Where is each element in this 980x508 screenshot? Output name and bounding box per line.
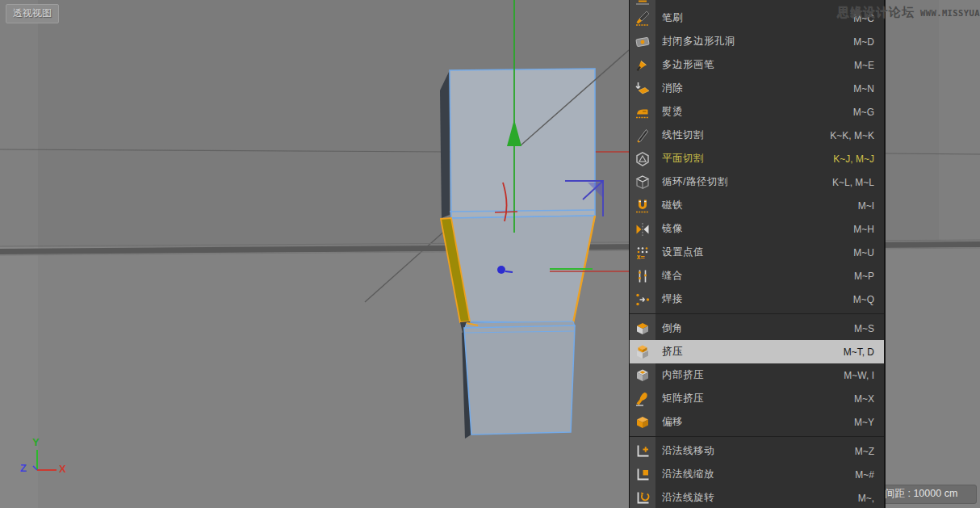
menu-item[interactable]: 矩阵挤压M~X <box>630 387 884 410</box>
iron-icon <box>630 100 655 124</box>
menu-item-shortcut: M~D <box>853 36 884 48</box>
application-window: 透视视图 Y X Z 间距 : 10000 cm 笔刷M~C封闭多边形孔洞M~D… <box>0 0 980 508</box>
menu-item-shortcut: M~# <box>855 469 884 481</box>
menu-item-label: 矩阵挤压 <box>655 392 854 405</box>
hud-z-label: Z <box>20 462 27 474</box>
menu-item-label: 消除 <box>655 82 853 95</box>
menu-item-label: 缝合 <box>655 269 854 283</box>
menu-item-label: 熨烫 <box>655 105 853 119</box>
weld-icon <box>630 288 655 311</box>
model-bottom-box-front-face[interactable] <box>464 325 575 435</box>
menu-item[interactable]: 消除M~N <box>630 77 884 100</box>
watermark: 思缘设计论坛 WWW.MISSYUAN.COM <box>837 5 980 20</box>
menu-item-label: 沿法线移动 <box>655 444 855 458</box>
menu-item-label: 镜像 <box>655 222 853 236</box>
model-top-box-side-face[interactable] <box>440 70 450 218</box>
watermark-title: 思缘设计论坛 <box>837 5 915 20</box>
menu-item[interactable]: 熨烫M~G <box>630 100 884 124</box>
object-origin-tail <box>505 271 513 272</box>
menu-item-label: 沿法线缩放 <box>655 468 855 481</box>
menu-item-shortcut: K~J, M~J <box>833 153 884 165</box>
extrude-icon <box>630 340 655 363</box>
polygon-pen-icon <box>630 53 655 77</box>
scale-normal-icon <box>630 463 655 486</box>
menu-item-shortcut: M~Z <box>855 446 884 457</box>
menu-item[interactable]: 镜像M~H <box>630 217 884 241</box>
menu-item-label: 循环/路径切割 <box>655 175 832 189</box>
menu-item-label: 磁铁 <box>655 199 858 212</box>
brush-icon <box>630 6 655 30</box>
watermark-url: WWW.MISSYUAN.COM <box>920 8 980 18</box>
menu-item-label: 倒角 <box>655 321 854 335</box>
menu-item-shortcut: M~W, I <box>844 370 884 381</box>
menu-item[interactable]: 沿法线缩放M~# <box>630 463 884 486</box>
menu-item-label: 平面切割 <box>655 152 833 166</box>
menu-item-label: 封闭多边形孔洞 <box>655 35 853 48</box>
menu-item[interactable]: x=设置点值M~U <box>630 241 884 264</box>
menu-separator <box>630 434 884 439</box>
offset-icon <box>630 410 655 434</box>
loop-cut-icon <box>630 170 655 194</box>
menu-item[interactable]: 多边形画笔M~E <box>630 53 884 77</box>
menu-item-shortcut: M~X <box>854 393 884 405</box>
menu-item-shortcut: M~G <box>853 107 884 118</box>
dissolve-icon <box>630 77 655 100</box>
grid-spacing-status: 间距 : 10000 cm <box>877 485 977 504</box>
menu-item-shortcut: K~L, M~L <box>832 177 884 188</box>
menu-item-label: 笔刷 <box>655 11 853 25</box>
menu-item-label: 沿法线旋转 <box>655 491 858 505</box>
set-point-value-icon: x= <box>630 241 655 264</box>
menu-item[interactable]: 平面切割K~J, M~J <box>630 147 884 170</box>
context-menu: 笔刷M~C封闭多边形孔洞M~D多边形画笔M~E消除M~N熨烫M~G线性切割K~K… <box>629 0 886 508</box>
menu-separator <box>630 311 884 317</box>
menu-item-shortcut: M~Y <box>854 417 884 428</box>
menu-item[interactable]: 循环/路径切割K~L, M~L <box>630 170 884 194</box>
inner-extrude-icon <box>630 363 655 387</box>
line-cut-icon <box>630 124 655 147</box>
menu-item-shortcut: M~, <box>858 493 884 504</box>
menu-item[interactable]: 焊接M~Q <box>630 288 884 311</box>
menu-item-label: 多边形画笔 <box>655 58 854 72</box>
menu-item-shortcut: M~N <box>853 83 884 94</box>
close-hole-icon <box>630 30 655 53</box>
context-menu-items: 笔刷M~C封闭多边形孔洞M~D多边形画笔M~E消除M~N熨烫M~G线性切割K~K… <box>630 6 884 508</box>
menu-item[interactable]: 挤压M~T, D <box>630 340 884 363</box>
menu-item[interactable]: 缝合M~P <box>630 264 884 288</box>
menu-item-shortcut: M~I <box>858 200 884 212</box>
menu-item-shortcut: M~T, D <box>844 346 884 358</box>
svg-text:x=: x= <box>637 253 645 261</box>
magnet-icon <box>630 194 655 217</box>
menu-item-shortcut: M~E <box>854 60 884 71</box>
rotate-normal-icon <box>630 486 655 508</box>
menu-item[interactable]: 偏移M~Y <box>630 410 884 434</box>
menu-item[interactable]: 沿法线旋转M~, <box>630 486 884 508</box>
clipped-icon <box>630 0 655 6</box>
menu-item[interactable]: 封闭多边形孔洞M~D <box>630 30 884 53</box>
menu-item-label: 内部挤压 <box>655 368 844 382</box>
menu-item[interactable]: 线性切割K~K, M~K <box>630 124 884 147</box>
plane-cut-icon <box>630 147 655 170</box>
menu-item-label: 焊接 <box>655 292 853 306</box>
viewport-right-shade <box>939 0 980 241</box>
viewport-name-label[interactable]: 透视视图 <box>6 4 59 23</box>
menu-item[interactable]: 沿法线移动M~Z <box>630 439 884 463</box>
bevel-icon <box>630 317 655 340</box>
menu-item-shortcut: M~H <box>853 224 884 235</box>
stitch-icon <box>630 264 655 288</box>
object-origin-dot[interactable] <box>497 266 505 274</box>
hud-x-label: X <box>59 463 66 475</box>
menu-item[interactable]: 倒角M~S <box>630 317 884 340</box>
menu-item[interactable]: 内部挤压M~W, I <box>630 363 884 387</box>
menu-item[interactable]: 磁铁M~I <box>630 194 884 217</box>
menu-item-label: 挤压 <box>655 345 844 359</box>
menu-item-shortcut: M~U <box>853 247 884 258</box>
menu-item-shortcut: M~S <box>854 323 884 334</box>
move-normal-icon <box>630 439 655 463</box>
mirror-icon <box>630 217 655 241</box>
menu-item-label: 偏移 <box>655 415 854 429</box>
hud-y-label: Y <box>32 436 40 448</box>
menu-item-shortcut: M~Q <box>853 294 884 305</box>
matrix-extrude-icon <box>630 387 655 410</box>
menu-item-label: 线性切割 <box>655 128 830 142</box>
menu-item-shortcut: M~P <box>854 271 884 282</box>
